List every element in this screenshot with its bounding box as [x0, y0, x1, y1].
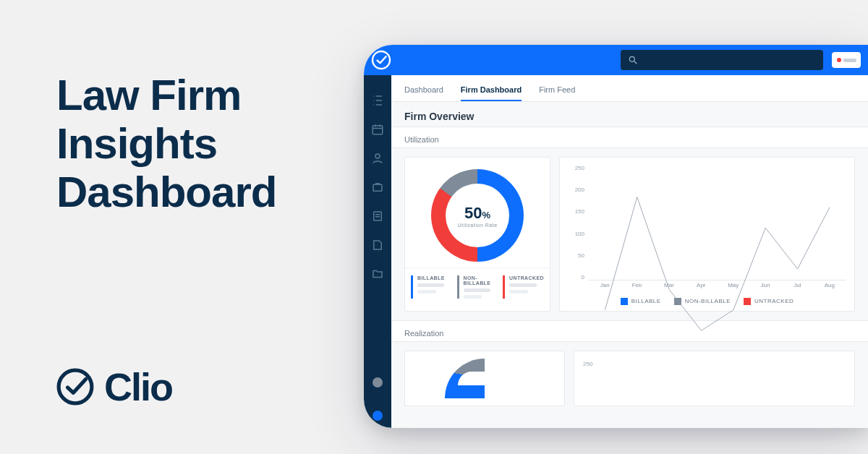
- matters-icon[interactable]: [371, 181, 384, 194]
- pager-dot-active[interactable]: [373, 411, 383, 421]
- tasks-icon[interactable]: [371, 94, 384, 107]
- x-tick: Jan: [589, 282, 621, 294]
- svg-point-1: [373, 51, 390, 69]
- search-icon: [628, 55, 638, 65]
- x-tick: Jul: [781, 282, 813, 294]
- chart-plot: [589, 166, 846, 280]
- hero-title-line: Law Firm: [56, 71, 360, 119]
- svg-rect-4: [373, 126, 383, 134]
- svg-point-5: [375, 154, 380, 158]
- legend-billable: BILLABLE: [621, 298, 661, 305]
- app-screenshot-frame: Dashboard Firm Dashboard Firm Feed Firm …: [364, 45, 868, 428]
- x-tick: Apr: [685, 282, 717, 294]
- realization-donut-card: [404, 351, 565, 406]
- realization-chart-card: 250: [574, 351, 855, 406]
- utilization-percent-label: Utilization Rate: [457, 223, 497, 228]
- hero-title-line: Dashboard: [56, 168, 360, 216]
- mini-nonbillable: NON-BILLABLE: [457, 275, 498, 299]
- y-tick: 150: [569, 208, 584, 215]
- y-tick: 100: [569, 231, 584, 237]
- y-tick: 0: [569, 274, 584, 280]
- realization-donut: [445, 359, 524, 398]
- mini-billable: BILLABLE: [411, 275, 451, 299]
- record-dot-icon: [837, 58, 841, 62]
- x-tick: Jun: [749, 282, 781, 294]
- timer-readout: [843, 59, 856, 62]
- y-tick: 50: [569, 252, 584, 259]
- billing-icon[interactable]: [371, 239, 384, 252]
- contacts-icon[interactable]: [371, 152, 384, 165]
- legend-nonbillable: NON-BILLABLE: [674, 298, 731, 305]
- tab-firm-feed[interactable]: Firm Feed: [539, 85, 575, 101]
- hero-title: Law Firm Insights Dashboard: [56, 71, 360, 217]
- x-tick: May: [718, 282, 749, 294]
- x-tick: Feb: [621, 282, 652, 294]
- content-area: Dashboard Firm Dashboard Firm Feed Firm …: [391, 75, 868, 428]
- search-input[interactable]: [621, 50, 823, 70]
- chart-x-axis: JanFebMarAprMayJunJulAug: [589, 282, 846, 294]
- section-realization-title: Realization: [391, 320, 868, 342]
- documents-icon[interactable]: [371, 267, 384, 280]
- pager-dot[interactable]: [373, 377, 383, 387]
- clio-wordmark: Clio: [104, 364, 172, 409]
- svg-point-2: [629, 56, 634, 61]
- svg-point-0: [59, 370, 92, 403]
- utilization-percent: 50%: [464, 204, 490, 223]
- realization-yaxis-peek: 250: [583, 361, 592, 367]
- nav-rail: [364, 75, 391, 428]
- clio-logo: Clio: [56, 364, 172, 409]
- tab-dashboard[interactable]: Dashboard: [404, 85, 443, 101]
- clio-mark-icon: [56, 368, 94, 406]
- legend-untracked: UNTRACKED: [744, 298, 793, 305]
- page-title: Firm Overview: [391, 102, 868, 127]
- hero-title-line: Insights: [56, 119, 360, 168]
- tab-firm-dashboard[interactable]: Firm Dashboard: [461, 85, 522, 101]
- app-topbar: [364, 45, 868, 75]
- y-tick: 250: [569, 165, 584, 171]
- svg-rect-6: [373, 184, 382, 191]
- app-brand-icon: [368, 47, 394, 73]
- tabs: Dashboard Firm Dashboard Firm Feed: [391, 75, 868, 102]
- calendar-icon[interactable]: [371, 123, 384, 136]
- svg-line-3: [634, 61, 637, 64]
- timer-button[interactable]: [832, 52, 861, 68]
- x-tick: Aug: [814, 282, 846, 294]
- utilization-chart-card: 250200150100500 JanFebMarAprMayJunJulAug…: [559, 157, 855, 312]
- section-utilization-title: Utilization: [391, 127, 868, 148]
- activities-icon[interactable]: [371, 210, 384, 223]
- mini-untracked: UNTRACKED: [503, 275, 544, 299]
- y-tick: 200: [569, 187, 584, 193]
- utilization-donut-card: 50% Utilization Rate BILLABLE: [404, 157, 550, 312]
- x-tick: Mar: [653, 282, 685, 294]
- chart-y-axis: 250200150100500: [569, 165, 584, 280]
- utilization-donut: 50% Utilization Rate: [431, 169, 524, 262]
- chart-legend: BILLABLE NON-BILLABLE UNTRACKED: [569, 294, 846, 305]
